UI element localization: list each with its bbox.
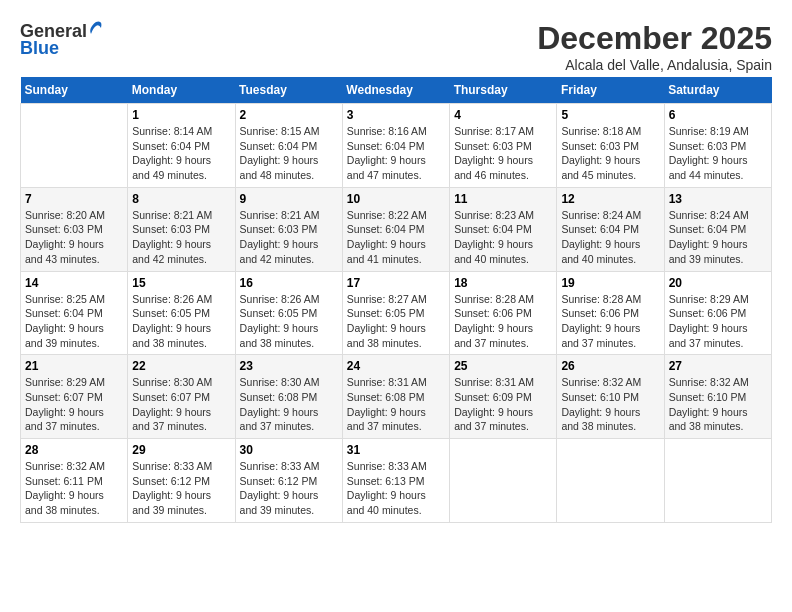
month-title: December 2025 bbox=[537, 20, 772, 57]
calendar-cell: 24Sunrise: 8:31 AM Sunset: 6:08 PM Dayli… bbox=[342, 355, 449, 439]
day-number: 30 bbox=[240, 443, 338, 457]
location-subtitle: Alcala del Valle, Andalusia, Spain bbox=[537, 57, 772, 73]
calendar-cell: 11Sunrise: 8:23 AM Sunset: 6:04 PM Dayli… bbox=[450, 187, 557, 271]
weekday-header-friday: Friday bbox=[557, 77, 664, 104]
day-number: 23 bbox=[240, 359, 338, 373]
day-number: 26 bbox=[561, 359, 659, 373]
day-info: Sunrise: 8:31 AM Sunset: 6:08 PM Dayligh… bbox=[347, 375, 445, 434]
day-info: Sunrise: 8:27 AM Sunset: 6:05 PM Dayligh… bbox=[347, 292, 445, 351]
day-info: Sunrise: 8:24 AM Sunset: 6:04 PM Dayligh… bbox=[669, 208, 767, 267]
day-number: 13 bbox=[669, 192, 767, 206]
day-number: 15 bbox=[132, 276, 230, 290]
title-block: December 2025 Alcala del Valle, Andalusi… bbox=[537, 20, 772, 73]
day-number: 6 bbox=[669, 108, 767, 122]
calendar-cell: 28Sunrise: 8:32 AM Sunset: 6:11 PM Dayli… bbox=[21, 439, 128, 523]
calendar-week-4: 21Sunrise: 8:29 AM Sunset: 6:07 PM Dayli… bbox=[21, 355, 772, 439]
day-info: Sunrise: 8:15 AM Sunset: 6:04 PM Dayligh… bbox=[240, 124, 338, 183]
day-number: 29 bbox=[132, 443, 230, 457]
day-info: Sunrise: 8:17 AM Sunset: 6:03 PM Dayligh… bbox=[454, 124, 552, 183]
calendar-cell: 16Sunrise: 8:26 AM Sunset: 6:05 PM Dayli… bbox=[235, 271, 342, 355]
calendar-cell: 6Sunrise: 8:19 AM Sunset: 6:03 PM Daylig… bbox=[664, 104, 771, 188]
calendar-cell: 30Sunrise: 8:33 AM Sunset: 6:12 PM Dayli… bbox=[235, 439, 342, 523]
calendar-cell bbox=[664, 439, 771, 523]
calendar-cell: 10Sunrise: 8:22 AM Sunset: 6:04 PM Dayli… bbox=[342, 187, 449, 271]
logo: General Blue bbox=[20, 20, 103, 59]
logo-bird-icon bbox=[89, 20, 103, 42]
day-number: 5 bbox=[561, 108, 659, 122]
day-info: Sunrise: 8:20 AM Sunset: 6:03 PM Dayligh… bbox=[25, 208, 123, 267]
day-number: 16 bbox=[240, 276, 338, 290]
day-number: 11 bbox=[454, 192, 552, 206]
calendar-week-5: 28Sunrise: 8:32 AM Sunset: 6:11 PM Dayli… bbox=[21, 439, 772, 523]
day-number: 3 bbox=[347, 108, 445, 122]
day-info: Sunrise: 8:32 AM Sunset: 6:11 PM Dayligh… bbox=[25, 459, 123, 518]
day-info: Sunrise: 8:23 AM Sunset: 6:04 PM Dayligh… bbox=[454, 208, 552, 267]
day-info: Sunrise: 8:21 AM Sunset: 6:03 PM Dayligh… bbox=[240, 208, 338, 267]
calendar-cell: 20Sunrise: 8:29 AM Sunset: 6:06 PM Dayli… bbox=[664, 271, 771, 355]
weekday-header-row: SundayMondayTuesdayWednesdayThursdayFrid… bbox=[21, 77, 772, 104]
calendar-cell: 13Sunrise: 8:24 AM Sunset: 6:04 PM Dayli… bbox=[664, 187, 771, 271]
calendar-cell: 4Sunrise: 8:17 AM Sunset: 6:03 PM Daylig… bbox=[450, 104, 557, 188]
day-number: 1 bbox=[132, 108, 230, 122]
calendar-cell: 3Sunrise: 8:16 AM Sunset: 6:04 PM Daylig… bbox=[342, 104, 449, 188]
day-number: 25 bbox=[454, 359, 552, 373]
day-info: Sunrise: 8:30 AM Sunset: 6:08 PM Dayligh… bbox=[240, 375, 338, 434]
day-info: Sunrise: 8:14 AM Sunset: 6:04 PM Dayligh… bbox=[132, 124, 230, 183]
calendar-cell: 23Sunrise: 8:30 AM Sunset: 6:08 PM Dayli… bbox=[235, 355, 342, 439]
calendar-cell bbox=[557, 439, 664, 523]
day-number: 28 bbox=[25, 443, 123, 457]
calendar-cell: 27Sunrise: 8:32 AM Sunset: 6:10 PM Dayli… bbox=[664, 355, 771, 439]
calendar-cell: 8Sunrise: 8:21 AM Sunset: 6:03 PM Daylig… bbox=[128, 187, 235, 271]
calendar-cell: 18Sunrise: 8:28 AM Sunset: 6:06 PM Dayli… bbox=[450, 271, 557, 355]
day-info: Sunrise: 8:18 AM Sunset: 6:03 PM Dayligh… bbox=[561, 124, 659, 183]
day-number: 22 bbox=[132, 359, 230, 373]
calendar-week-2: 7Sunrise: 8:20 AM Sunset: 6:03 PM Daylig… bbox=[21, 187, 772, 271]
calendar-cell: 5Sunrise: 8:18 AM Sunset: 6:03 PM Daylig… bbox=[557, 104, 664, 188]
calendar-cell: 15Sunrise: 8:26 AM Sunset: 6:05 PM Dayli… bbox=[128, 271, 235, 355]
day-number: 4 bbox=[454, 108, 552, 122]
day-number: 17 bbox=[347, 276, 445, 290]
calendar-table: SundayMondayTuesdayWednesdayThursdayFrid… bbox=[20, 77, 772, 523]
day-number: 27 bbox=[669, 359, 767, 373]
calendar-cell: 12Sunrise: 8:24 AM Sunset: 6:04 PM Dayli… bbox=[557, 187, 664, 271]
calendar-cell: 14Sunrise: 8:25 AM Sunset: 6:04 PM Dayli… bbox=[21, 271, 128, 355]
day-number: 7 bbox=[25, 192, 123, 206]
weekday-header-tuesday: Tuesday bbox=[235, 77, 342, 104]
weekday-header-sunday: Sunday bbox=[21, 77, 128, 104]
calendar-cell: 22Sunrise: 8:30 AM Sunset: 6:07 PM Dayli… bbox=[128, 355, 235, 439]
day-info: Sunrise: 8:26 AM Sunset: 6:05 PM Dayligh… bbox=[240, 292, 338, 351]
calendar-cell: 26Sunrise: 8:32 AM Sunset: 6:10 PM Dayli… bbox=[557, 355, 664, 439]
day-info: Sunrise: 8:31 AM Sunset: 6:09 PM Dayligh… bbox=[454, 375, 552, 434]
day-info: Sunrise: 8:33 AM Sunset: 6:13 PM Dayligh… bbox=[347, 459, 445, 518]
day-number: 19 bbox=[561, 276, 659, 290]
day-number: 31 bbox=[347, 443, 445, 457]
weekday-header-saturday: Saturday bbox=[664, 77, 771, 104]
day-info: Sunrise: 8:28 AM Sunset: 6:06 PM Dayligh… bbox=[561, 292, 659, 351]
day-number: 9 bbox=[240, 192, 338, 206]
day-number: 18 bbox=[454, 276, 552, 290]
calendar-cell: 9Sunrise: 8:21 AM Sunset: 6:03 PM Daylig… bbox=[235, 187, 342, 271]
day-info: Sunrise: 8:32 AM Sunset: 6:10 PM Dayligh… bbox=[669, 375, 767, 434]
weekday-header-monday: Monday bbox=[128, 77, 235, 104]
calendar-cell bbox=[450, 439, 557, 523]
calendar-cell: 31Sunrise: 8:33 AM Sunset: 6:13 PM Dayli… bbox=[342, 439, 449, 523]
day-info: Sunrise: 8:28 AM Sunset: 6:06 PM Dayligh… bbox=[454, 292, 552, 351]
calendar-cell: 19Sunrise: 8:28 AM Sunset: 6:06 PM Dayli… bbox=[557, 271, 664, 355]
calendar-cell: 1Sunrise: 8:14 AM Sunset: 6:04 PM Daylig… bbox=[128, 104, 235, 188]
day-info: Sunrise: 8:25 AM Sunset: 6:04 PM Dayligh… bbox=[25, 292, 123, 351]
day-number: 21 bbox=[25, 359, 123, 373]
day-info: Sunrise: 8:29 AM Sunset: 6:06 PM Dayligh… bbox=[669, 292, 767, 351]
day-number: 14 bbox=[25, 276, 123, 290]
calendar-cell: 2Sunrise: 8:15 AM Sunset: 6:04 PM Daylig… bbox=[235, 104, 342, 188]
weekday-header-wednesday: Wednesday bbox=[342, 77, 449, 104]
day-number: 24 bbox=[347, 359, 445, 373]
day-info: Sunrise: 8:24 AM Sunset: 6:04 PM Dayligh… bbox=[561, 208, 659, 267]
day-info: Sunrise: 8:33 AM Sunset: 6:12 PM Dayligh… bbox=[132, 459, 230, 518]
day-number: 12 bbox=[561, 192, 659, 206]
day-info: Sunrise: 8:26 AM Sunset: 6:05 PM Dayligh… bbox=[132, 292, 230, 351]
calendar-cell: 17Sunrise: 8:27 AM Sunset: 6:05 PM Dayli… bbox=[342, 271, 449, 355]
day-number: 8 bbox=[132, 192, 230, 206]
day-number: 20 bbox=[669, 276, 767, 290]
weekday-header-thursday: Thursday bbox=[450, 77, 557, 104]
day-info: Sunrise: 8:19 AM Sunset: 6:03 PM Dayligh… bbox=[669, 124, 767, 183]
